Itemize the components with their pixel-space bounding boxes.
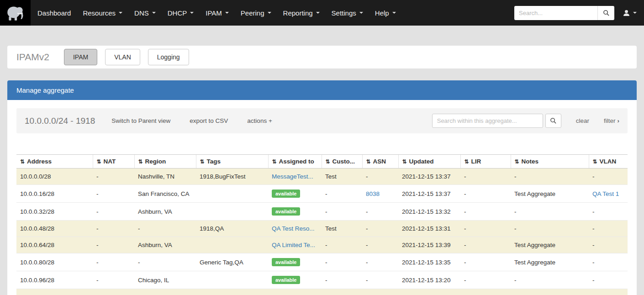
cell-assigned: QA Test Reso... <box>268 221 322 237</box>
assigned-link[interactable]: MessageTest... <box>272 173 313 180</box>
assigned-link[interactable]: QA Test Reso... <box>272 225 315 232</box>
column-label: Region <box>145 158 166 165</box>
column-label: Notes <box>522 158 539 165</box>
tab-vlan[interactable]: VLAN <box>105 49 140 65</box>
sort-icon: ⇅ <box>20 158 25 165</box>
nav-item-peering[interactable]: Peering <box>235 0 277 26</box>
actions-link[interactable]: actions + <box>247 117 272 124</box>
nav-item-label: DNS <box>134 9 149 17</box>
cell-asn: - <box>362 221 398 237</box>
cell-tags <box>196 185 268 203</box>
vlan-link[interactable]: QA Test 1 <box>592 190 619 197</box>
chevron-down-icon <box>359 12 363 14</box>
cell-assigned: available <box>268 253 322 271</box>
column-header-tags[interactable]: ⇅Tags <box>196 155 268 169</box>
export-csv-link[interactable]: export to CSV <box>190 117 228 124</box>
cell-customer: - <box>322 185 362 203</box>
global-search-input[interactable] <box>514 6 597 20</box>
nav-item-help[interactable]: Help <box>369 0 402 26</box>
column-header-lir[interactable]: ⇅LIR <box>460 155 511 169</box>
nav-item-label: Peering <box>241 9 264 17</box>
app-logo[interactable] <box>0 0 31 26</box>
panel-body: 10.0.0.0/24 - 1918 Switch to Parent view… <box>7 100 637 295</box>
asn-link[interactable]: 8038 <box>366 190 380 197</box>
cell-notes: Test Aggregate <box>511 237 589 253</box>
clear-link[interactable]: clear <box>576 117 589 124</box>
cell-asn: 8038 <box>362 185 398 203</box>
column-header-region[interactable]: ⇅Region <box>134 155 196 169</box>
global-search <box>514 6 614 20</box>
user-menu[interactable] <box>622 7 638 19</box>
sort-icon: ⇅ <box>402 158 407 165</box>
chevron-down-icon <box>190 12 194 14</box>
cell-tags: Generic Tag,QA <box>196 253 268 271</box>
cell-address: 10.0.0.32/28 <box>16 203 93 221</box>
sort-icon: ⇅ <box>515 158 519 165</box>
global-search-button[interactable] <box>597 6 614 20</box>
cell-tags <box>196 271 268 289</box>
cell-tags <box>196 203 268 221</box>
cell-region: Ashburn, VA <box>134 237 196 253</box>
cell-nat: - <box>93 221 134 237</box>
nav-item-dashboard[interactable]: Dashboard <box>32 0 77 26</box>
tab-logging[interactable]: Logging <box>148 49 189 65</box>
chevron-down-icon <box>225 12 229 14</box>
nav-item-resources[interactable]: Resources <box>77 0 128 26</box>
cell-lir: - <box>460 185 511 203</box>
nav-item-dhcp[interactable]: DHCP <box>162 0 200 26</box>
cell-region: - <box>134 221 196 237</box>
cell-nat: - <box>93 185 134 203</box>
column-header-notes[interactable]: ⇅Notes <box>511 155 589 169</box>
filter-link[interactable]: filter› <box>604 117 619 124</box>
cell-asn: - <box>362 203 398 221</box>
cell-updated: 2021-12-15 13:32 <box>398 203 460 221</box>
nav-item-dns[interactable]: DNS <box>128 0 162 26</box>
column-header-customer[interactable]: ⇅Custo... <box>322 155 362 169</box>
column-label: ASN <box>373 158 386 165</box>
nav-item-label: IPAM <box>206 9 222 17</box>
cell-notes: Test Aggregate <box>511 185 589 203</box>
switch-parent-view-link[interactable]: Switch to Parent view <box>111 117 170 124</box>
cell-tags: 1918,BugFixTest <box>196 169 268 185</box>
cell-updated: 2021-12-15 13:20 <box>398 271 460 289</box>
cell-address: 10.0.0.80/28 <box>16 253 93 271</box>
column-header-address[interactable]: ⇅Address <box>16 155 93 169</box>
table-row: 10.0.0.0/28-Nashville, TN1918,BugFixTest… <box>16 169 628 185</box>
column-header-nat[interactable]: ⇅NAT <box>93 155 134 169</box>
table-row: 10.0.0.16/28-San Francisco, CAavailable-… <box>16 185 628 203</box>
nav-item-ipam[interactable]: IPAM <box>200 0 235 26</box>
column-header-updated[interactable]: ⇅Updated <box>398 155 460 169</box>
user-icon <box>623 9 630 17</box>
assigned-link[interactable]: QA Limited Te... <box>272 242 315 248</box>
chevron-down-icon <box>392 12 396 14</box>
navbar-right <box>514 6 638 20</box>
cell-notes: - <box>511 203 589 221</box>
cell-region: Chicago, IL <box>134 271 196 289</box>
cell-nat: - <box>93 169 134 185</box>
aggregate-search-button[interactable] <box>545 114 561 128</box>
cell-updated: 2021-12-15 13:37 <box>398 185 460 203</box>
cell-lir: - <box>460 221 511 237</box>
aggregate-search-input[interactable] <box>432 114 543 128</box>
cell-lir: - <box>460 253 511 271</box>
nav-item-reporting[interactable]: Reporting <box>277 0 326 26</box>
column-label: NAT <box>104 158 116 165</box>
cell-vlan: - <box>589 221 628 237</box>
ipamv2-card: IPAMv2 IPAMVLANLogging <box>7 46 637 68</box>
table-header-row: ⇅Address⇅NAT⇅Region⇅Tags⇅Assigned to⇅Cus… <box>16 155 628 169</box>
table-row: 10.0.0.48/28--1918,QAQA Test Reso...Test… <box>16 221 628 237</box>
column-header-asn[interactable]: ⇅ASN <box>362 155 398 169</box>
cell-lir: - <box>460 203 511 221</box>
cell-assigned: available <box>268 271 322 289</box>
column-label: Tags <box>207 158 221 165</box>
column-header-assigned[interactable]: ⇅Assigned to <box>268 155 322 169</box>
cell-notes: Test Aggregate <box>511 253 589 271</box>
cell-address: 10.0.0.64/28 <box>16 237 93 253</box>
cell-vlan: - <box>589 253 628 271</box>
column-header-vlan[interactable]: ⇅VLAN <box>589 155 628 169</box>
cell-nat: - <box>93 253 134 271</box>
tab-ipam[interactable]: IPAM <box>64 49 97 65</box>
nav-item-settings[interactable]: Settings <box>326 0 369 26</box>
aggregate-table: ⇅Address⇅NAT⇅Region⇅Tags⇅Assigned to⇅Cus… <box>16 154 628 289</box>
search-icon <box>603 10 610 16</box>
